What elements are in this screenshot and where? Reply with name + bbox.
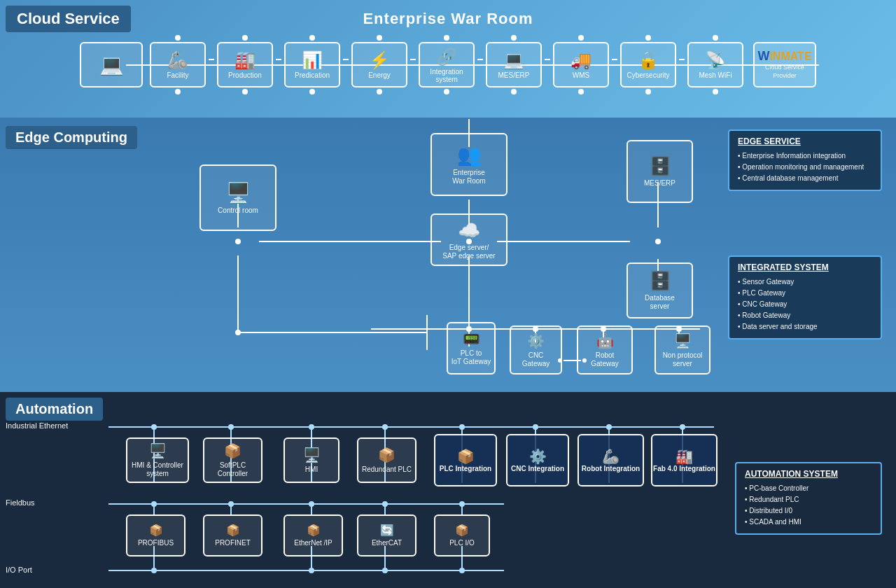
svg-point-65 [309, 568, 314, 573]
svg-point-45 [151, 501, 157, 507]
cloud-icon-predication: 📊 Predication [284, 35, 340, 94]
svg-point-48 [382, 501, 388, 507]
cloud-icon-energy: ⚡ Energy [351, 35, 407, 94]
plc-iot-label: PLC toIoT Gateway [451, 349, 491, 366]
automation-system-info-box: AUTOMATION SYSTEM PC-base Controller Red… [735, 462, 882, 535]
enterprise-war-room-title: Enterprise War Room [0, 0, 896, 28]
edge-service-info-box: EDGE SERVICE Enterprise Information inte… [728, 130, 882, 191]
robot-integration-node: 🦾 Robot Integration [578, 434, 644, 486]
plc-integration-node: 📦 PLC Integration [434, 434, 497, 486]
cloud-icon-cybersecurity: 🔒 Cybersecurity [620, 35, 676, 94]
winmate-provider-box: WINMATE Cloud Service Provider [753, 42, 816, 88]
svg-point-29 [228, 424, 234, 430]
edge-server-node: ☁️ Edge server/SAP edge server [430, 214, 507, 266]
svg-point-31 [382, 424, 388, 430]
winmate-label: Cloud Service Provider [755, 64, 815, 80]
hmi-controller-node: 🖥️ HMI & Controller system [126, 438, 189, 483]
edge-section: Edge Computing [0, 119, 896, 392]
svg-point-17 [655, 239, 661, 244]
svg-point-19 [235, 330, 241, 335]
integrated-system-info-box: INTEGRATED SYSTEM Sensor Gateway PLC Gat… [728, 255, 882, 340]
non-protocol-server-node: 🖥️ Non protocolserver [654, 326, 710, 374]
edge-service-item-1: Enterprise Information integration [738, 150, 872, 162]
redundant-plc-node: 📦 Redundant PLC [357, 438, 416, 483]
cloud-icon-facility: 🦾 Facility [150, 35, 206, 94]
cloud-icon-mes-erp: 💻 MES/ERP [486, 35, 542, 94]
control-room-label: Control room [218, 206, 258, 215]
winmate-brand: WINMATE [757, 49, 811, 64]
integrated-item-2: PLC Gateway [738, 288, 872, 299]
softplc-node: 📦 SoftPLC Controller [203, 438, 262, 483]
profinet-node: 📦 PROFINET [203, 514, 262, 556]
edge-service-item-2: Operation monitoring and management [738, 162, 872, 173]
mes-erp-label: MES/ERP [644, 179, 676, 188]
cnc-gateway-node: ⚙️ CNCGateway [510, 326, 562, 374]
svg-point-32 [459, 424, 465, 430]
fieldbus-label: Fieldbus [6, 498, 35, 507]
automation-item-4: SCADA and HMI [745, 517, 872, 528]
fab40-integration-node: 🏭 Fab 4.0 Integration [651, 434, 718, 486]
database-server-node: 🗄️ Databaseserver [626, 262, 693, 318]
io-port-label: I/O Port [6, 566, 32, 574]
automation-system-title: AUTOMATION SYSTEM [745, 469, 872, 479]
ethercat-node: 🔄 EtherCAT [357, 514, 416, 556]
integrated-item-3: CNC Gateway [738, 299, 872, 310]
edge-computing-label: Edge Computing [6, 126, 137, 149]
cloud-icon-mesh-wifi: 📡 Mesh WiFi [687, 35, 743, 94]
automation-item-3: Distributed I/0 [745, 505, 872, 517]
svg-point-64 [151, 568, 157, 573]
edge-service-item-3: Central database management [738, 173, 872, 184]
svg-point-34 [606, 424, 612, 430]
svg-point-30 [309, 424, 314, 430]
automation-section: Automation [0, 392, 896, 588]
robot-gateway-node: 🤖 RobotGateway [577, 326, 633, 374]
plc-iot-gateway-node: 📟 PLC toIoT Gateway [447, 322, 496, 374]
integrated-system-title: INTEGRATED SYSTEM [738, 262, 872, 272]
svg-point-67 [459, 568, 465, 573]
integrated-item-4: Robot Gateway [738, 310, 872, 321]
svg-point-46 [228, 501, 234, 507]
svg-point-28 [151, 424, 157, 430]
cloud-section: Cloud Service Enterprise War Room 💻 🦾 Fa… [0, 0, 896, 119]
cloud-service-label: Cloud Service [6, 6, 131, 32]
automation-item-1: PC-base Controller [745, 483, 872, 494]
enterprise-war-room-label: EnterpriseWar Room [452, 169, 485, 186]
robot-gateway-label: RobotGateway [591, 351, 618, 368]
cloud-icon-wms: 🚚 WMS [553, 35, 609, 94]
database-server-label: Databaseserver [645, 294, 675, 311]
non-protocol-label: Non protocolserver [663, 351, 703, 368]
automation-item-2: Redundant PLC [745, 494, 872, 505]
profibus-node: 📦 PROFIBUS [126, 514, 186, 556]
integrated-item-5: Data server and storage [738, 321, 872, 332]
cloud-icon-production: 🏭 Production [217, 35, 273, 94]
cloud-icon-integration: 🔗 Integration system [419, 35, 475, 94]
plc-io-node: 📦 PLC I/O [434, 514, 490, 556]
cnc-gateway-label: CNCGateway [522, 351, 550, 368]
hmi-node: 🖥️ HMI [284, 438, 340, 483]
mes-erp-node: 🗄️ MES/ERP [626, 140, 693, 203]
enterprise-war-room-node: 👥 EnterpriseWar Room [430, 133, 507, 196]
edge-service-title: EDGE SERVICE [738, 136, 872, 146]
ethernet-ip-node: 📦 EtherNet /IP [284, 514, 343, 556]
svg-point-66 [382, 568, 388, 573]
edge-server-label: Edge server/SAP edge server [442, 244, 495, 260]
automation-label: Automation [6, 398, 103, 421]
svg-point-35 [680, 424, 685, 430]
cnc-integration-node: ⚙️ CNC Integration [506, 434, 569, 486]
integrated-item-1: Sensor Gateway [738, 276, 872, 288]
control-room-node: 🖥️ Control room [200, 164, 276, 231]
svg-point-47 [309, 501, 314, 507]
industrial-ethernet-label: Industrial Ethernet [6, 421, 68, 430]
svg-point-18 [235, 239, 241, 244]
svg-point-49 [459, 501, 465, 507]
svg-point-33 [533, 424, 538, 430]
